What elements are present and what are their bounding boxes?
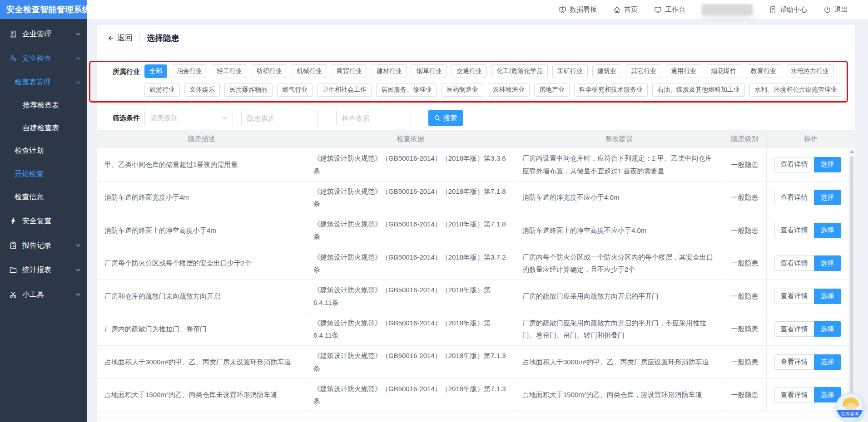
hazard-level-select[interactable]: 隐患级别 <box>144 110 233 126</box>
cell-remedy: 厂房内每个防火分区或一个防火分区内的每个楼层，其安全出口的数量应经计算确定，且不… <box>515 247 723 280</box>
sidebar-item-custom-checklist[interactable]: 自建检查表 <box>0 117 87 139</box>
inspection-basis-input[interactable] <box>336 110 411 126</box>
sidebar-item-safety-inspection[interactable]: 安全检查 <box>0 46 87 71</box>
topbar-item-workbench[interactable]: 工作台 <box>654 5 685 14</box>
table-row: 消防车道的路面宽度小于4m 《建筑设计防火规范》（GB50016-2014）（2… <box>97 181 848 214</box>
industry-tag[interactable]: 教育行业 <box>746 64 781 78</box>
scrollbar-thumb[interactable] <box>850 156 853 408</box>
topbar-item-logout[interactable]: 退出 <box>823 5 848 14</box>
sidebar-item-label: 检查表管理 <box>15 78 51 87</box>
industry-tag[interactable]: 水电热力行业 <box>786 64 834 78</box>
sidebar-item-enterprise-mgmt[interactable]: 企业管理 <box>0 22 87 46</box>
industry-tag[interactable]: 烟花爆竹 <box>706 64 741 78</box>
power-icon <box>823 6 831 14</box>
chevron-down-icon <box>75 243 81 248</box>
sidebar-item-inspection-info[interactable]: 检查信息 <box>0 186 87 209</box>
industry-tag[interactable]: 医药制造业 <box>441 83 483 97</box>
sidebar-item-checklist-mgmt[interactable]: 检查表管理 <box>0 71 87 94</box>
industry-tag[interactable]: 水利、环境和公共设施管理业 <box>749 83 842 97</box>
table-header: 隐患描述 检查依据 整改建议 隐患级别 操作 <box>97 130 855 148</box>
online-support-widget[interactable]: 在线咨询 <box>836 393 864 421</box>
sidebar-item-recommended-checklist[interactable]: 推荐检查表 <box>0 94 87 117</box>
industry-tag[interactable]: 房地产业 <box>534 83 570 97</box>
industry-tag-all[interactable]: 全部 <box>144 64 167 78</box>
industry-tag[interactable]: 采矿行业 <box>552 64 588 78</box>
sidebar-item-tools[interactable]: 小工具 <box>0 282 87 307</box>
industry-tag[interactable]: 旅游行业 <box>144 83 180 97</box>
select-button[interactable]: 选择 <box>814 223 841 238</box>
chevron-down-icon <box>75 31 81 37</box>
sidebar-item-report-records[interactable]: 报告记录 <box>0 233 87 258</box>
sidebar-item-label: 企业管理 <box>22 29 51 39</box>
industry-tag[interactable]: 文体娱乐 <box>184 83 220 97</box>
industry-tag[interactable]: 烟草行业 <box>412 64 447 78</box>
app-title: 安全检查智能管理系统 <box>0 0 87 19</box>
blurred-username[interactable] <box>702 4 753 15</box>
sidebar-item-safety-review[interactable]: 安全复查 <box>0 209 87 233</box>
back-button[interactable]: 返回 <box>107 33 133 43</box>
lightning-icon <box>9 217 17 225</box>
col-header-remedy: 整改建议 <box>515 130 723 148</box>
view-detail-button[interactable]: 查看详情 <box>774 255 814 271</box>
industry-tag[interactable]: 纺织行业 <box>252 64 287 78</box>
topbar-item-label: 帮助中心 <box>780 5 807 14</box>
industry-tag[interactable]: 商贸行业 <box>332 64 367 78</box>
industry-tag[interactable]: 轻工行业 <box>212 64 247 78</box>
industry-tag[interactable]: 石油、煤炭及其他燃料加工业 <box>652 83 745 97</box>
cell-remedy: 厂房内设置中间仓库时，应符合下列规定：1 甲、乙类中间仓库应靠外墙布置，其储量不… <box>515 148 723 181</box>
industry-tag[interactable]: 冶金行业 <box>172 64 207 78</box>
view-detail-button[interactable]: 查看详情 <box>774 289 814 304</box>
sidebar-item-inspection-plan[interactable]: 检查计划 <box>0 139 87 162</box>
industry-tag[interactable]: 民用爆炸物品 <box>224 83 273 97</box>
sidebar-item-label: 统计报表 <box>22 265 51 275</box>
industry-tag[interactable]: 科学研究和技术服务业 <box>574 83 648 97</box>
view-detail-button[interactable]: 查看详情 <box>774 190 814 205</box>
view-detail-button[interactable]: 查看详情 <box>774 387 814 402</box>
industry-tag[interactable]: 通用行业 <box>666 64 701 78</box>
sidebar-item-label: 小工具 <box>22 290 44 299</box>
view-detail-button[interactable]: 查看详情 <box>774 223 814 238</box>
industry-tag[interactable]: 机械行业 <box>292 64 327 78</box>
scroll-up-arrow-icon[interactable] <box>850 150 854 153</box>
online-support-label: 在线咨询 <box>837 410 863 417</box>
select-button[interactable]: 选择 <box>814 157 841 172</box>
view-detail-button[interactable]: 查看详情 <box>774 321 814 337</box>
select-button[interactable]: 选择 <box>814 289 841 304</box>
chevron-up-icon <box>75 80 81 85</box>
topbar-item-home[interactable]: 首页 <box>613 5 638 14</box>
table-scrollbar[interactable] <box>848 148 855 417</box>
hazard-desc-input[interactable] <box>241 110 317 126</box>
cell-basis: 《建筑设计防火规范》（GB50016-2014）（2018年版）第7.1.8条 <box>306 214 515 247</box>
industry-tag[interactable]: 交通行业 <box>451 64 487 78</box>
industry-tag[interactable]: 燃气行业 <box>277 83 312 97</box>
sidebar-item-statistics-reports[interactable]: 统计报表 <box>0 258 87 282</box>
industry-tag[interactable]: 卫生和社会工作 <box>317 83 372 97</box>
view-detail-button[interactable]: 查看详情 <box>774 354 814 370</box>
select-button[interactable]: 选择 <box>814 190 841 205</box>
industry-tag[interactable]: 农林牧渔业 <box>488 83 530 97</box>
arrow-left-icon <box>107 34 114 42</box>
view-detail-button[interactable]: 查看详情 <box>774 157 814 172</box>
topbar-item-dashboard[interactable]: 数据看板 <box>559 5 597 14</box>
topbar-item-help-center[interactable]: 帮助中心 <box>769 5 807 14</box>
select-button[interactable]: 选择 <box>814 354 841 370</box>
cell-hazard-desc: 占地面积大于3000m²的甲、乙、丙类厂房未设置环形消防车道 <box>97 346 306 378</box>
search-button[interactable]: 搜索 <box>428 110 463 126</box>
sidebar: 安全检查智能管理系统 企业管理 安全检查 检查表管理 推荐检查表 自建检查表 检… <box>0 0 87 422</box>
industry-tag[interactable]: 建筑业 <box>592 64 621 78</box>
industry-tag-rows: 全部 冶金行业 轻工行业 纺织行业 机械行业 商贸行业 建材行业 烟草行业 交通… <box>144 64 842 97</box>
cell-level: 一般隐患 <box>723 182 767 214</box>
select-button[interactable]: 选择 <box>814 255 841 271</box>
industry-tag[interactable]: 化工/危险化学品 <box>491 64 548 78</box>
cell-basis: 《建筑设计防火规范》（GB50016-2014）（2018年版）第6.4.11条 <box>306 313 515 346</box>
industry-tag[interactable]: 居民服务、修理业 <box>376 83 437 97</box>
search-button-label: 搜索 <box>443 114 457 123</box>
select-button[interactable]: 选择 <box>814 321 841 337</box>
sidebar-item-label: 检查计划 <box>15 146 44 156</box>
industry-tag[interactable]: 建材行业 <box>372 64 407 78</box>
sidebar-item-start-inspection[interactable]: 开始检查 <box>0 162 87 186</box>
industry-tag[interactable]: 其它行业 <box>626 64 661 78</box>
table-row: 占地面积大于1500m²的乙、丙类仓库未设置环形消防车道 《建筑设计防火规范》（… <box>97 378 848 412</box>
cell-remedy: 占地面积大于3000m²的甲、乙、丙类厂房应设置环形消防车道 <box>515 346 723 378</box>
topbar-item-label: 工作台 <box>665 5 685 14</box>
